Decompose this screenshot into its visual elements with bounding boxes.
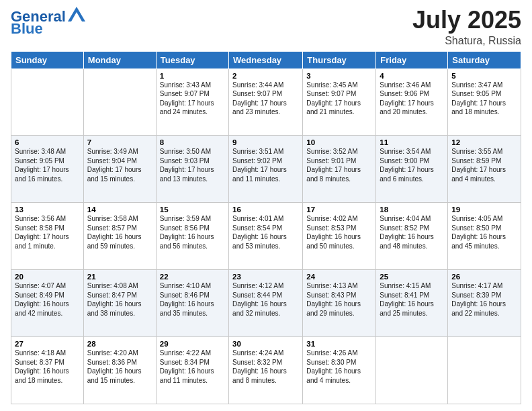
day-number: 21 xyxy=(87,273,152,281)
day-number: 31 xyxy=(306,340,372,348)
day-number: 30 xyxy=(232,340,299,348)
day-number: 20 xyxy=(15,273,80,281)
day-info: Sunrise: 3:50 AMSunset: 9:03 PMDaylight:… xyxy=(160,147,225,183)
calendar-week-row: 27Sunrise: 4:18 AMSunset: 8:37 PMDayligh… xyxy=(11,337,521,404)
col-saturday: Saturday xyxy=(448,51,521,68)
table-cell: 19Sunrise: 4:05 AMSunset: 8:50 PMDayligh… xyxy=(448,203,521,270)
title-location: Shatura, Russia xyxy=(412,35,521,47)
day-number: 17 xyxy=(306,205,372,214)
header: General Blue July 2025 Shatura, Russia xyxy=(11,7,521,47)
table-cell: 12Sunrise: 3:55 AMSunset: 8:59 PMDayligh… xyxy=(448,136,521,203)
table-cell: 3Sunrise: 3:45 AMSunset: 9:07 PMDaylight… xyxy=(303,68,376,136)
day-info: Sunrise: 4:10 AMSunset: 8:46 PMDaylight:… xyxy=(160,281,225,318)
table-cell: 21Sunrise: 4:08 AMSunset: 8:47 PMDayligh… xyxy=(83,270,156,337)
day-info: Sunrise: 3:58 AMSunset: 8:57 PMDaylight:… xyxy=(87,214,152,250)
table-cell: 14Sunrise: 3:58 AMSunset: 8:57 PMDayligh… xyxy=(83,203,156,270)
day-number: 14 xyxy=(87,205,152,214)
day-number: 13 xyxy=(15,205,80,214)
table-cell: 11Sunrise: 3:54 AMSunset: 9:00 PMDayligh… xyxy=(376,136,448,203)
table-cell: 4Sunrise: 3:46 AMSunset: 9:06 PMDaylight… xyxy=(376,68,448,136)
col-tuesday: Tuesday xyxy=(156,51,228,68)
table-cell: 27Sunrise: 4:18 AMSunset: 8:37 PMDayligh… xyxy=(11,337,84,404)
calendar-table: Sunday Monday Tuesday Wednesday Thursday… xyxy=(11,51,521,404)
day-info: Sunrise: 3:54 AMSunset: 9:00 PMDaylight:… xyxy=(380,147,444,183)
table-cell: 28Sunrise: 4:20 AMSunset: 8:36 PMDayligh… xyxy=(83,337,156,404)
table-cell: 2Sunrise: 3:44 AMSunset: 9:07 PMDaylight… xyxy=(229,68,303,136)
page: General Blue July 2025 Shatura, Russia S… xyxy=(0,0,532,411)
day-number: 24 xyxy=(306,273,372,281)
day-info: Sunrise: 4:20 AMSunset: 8:36 PMDaylight:… xyxy=(87,349,152,385)
day-number: 28 xyxy=(87,340,152,348)
table-cell: 5Sunrise: 3:47 AMSunset: 9:05 PMDaylight… xyxy=(448,68,521,136)
table-cell: 10Sunrise: 3:52 AMSunset: 9:01 PMDayligh… xyxy=(303,136,376,203)
table-cell: 26Sunrise: 4:17 AMSunset: 8:39 PMDayligh… xyxy=(448,270,521,337)
day-number: 18 xyxy=(380,205,444,214)
title-block: July 2025 Shatura, Russia xyxy=(412,7,521,47)
day-number: 29 xyxy=(160,340,225,348)
col-sunday: Sunday xyxy=(11,51,84,68)
col-thursday: Thursday xyxy=(303,51,376,68)
day-info: Sunrise: 4:04 AMSunset: 8:52 PMDaylight:… xyxy=(380,214,444,250)
logo: General Blue xyxy=(11,9,85,36)
day-number: 23 xyxy=(232,273,299,281)
table-cell: 22Sunrise: 4:10 AMSunset: 8:46 PMDayligh… xyxy=(156,270,228,337)
day-info: Sunrise: 4:24 AMSunset: 8:32 PMDaylight:… xyxy=(232,349,299,385)
calendar-week-row: 13Sunrise: 3:56 AMSunset: 8:58 PMDayligh… xyxy=(11,203,521,270)
day-number: 8 xyxy=(160,138,225,146)
calendar-header-row: Sunday Monday Tuesday Wednesday Thursday… xyxy=(11,51,521,68)
col-friday: Friday xyxy=(376,51,448,68)
day-info: Sunrise: 4:15 AMSunset: 8:41 PMDaylight:… xyxy=(380,281,444,318)
day-number: 27 xyxy=(15,340,80,348)
calendar-week-row: 1Sunrise: 3:43 AMSunset: 9:07 PMDaylight… xyxy=(11,68,521,136)
table-cell: 1Sunrise: 3:43 AMSunset: 9:07 PMDaylight… xyxy=(156,68,228,136)
day-info: Sunrise: 3:44 AMSunset: 9:07 PMDaylight:… xyxy=(232,81,299,117)
day-info: Sunrise: 3:55 AMSunset: 8:59 PMDaylight:… xyxy=(451,147,517,183)
col-wednesday: Wednesday xyxy=(229,51,303,68)
day-info: Sunrise: 3:46 AMSunset: 9:06 PMDaylight:… xyxy=(380,81,444,117)
day-info: Sunrise: 3:43 AMSunset: 9:07 PMDaylight:… xyxy=(160,81,225,117)
day-info: Sunrise: 3:48 AMSunset: 9:05 PMDaylight:… xyxy=(15,147,80,183)
day-info: Sunrise: 4:17 AMSunset: 8:39 PMDaylight:… xyxy=(451,281,517,318)
table-cell: 6Sunrise: 3:48 AMSunset: 9:05 PMDaylight… xyxy=(11,136,84,203)
day-info: Sunrise: 4:08 AMSunset: 8:47 PMDaylight:… xyxy=(87,281,152,318)
day-number: 12 xyxy=(451,138,517,146)
table-cell: 7Sunrise: 3:49 AMSunset: 9:04 PMDaylight… xyxy=(83,136,156,203)
table-cell: 24Sunrise: 4:13 AMSunset: 8:43 PMDayligh… xyxy=(303,270,376,337)
day-number: 2 xyxy=(232,72,299,80)
table-cell xyxy=(376,337,448,404)
day-number: 1 xyxy=(160,72,225,80)
day-number: 26 xyxy=(451,273,517,281)
day-number: 16 xyxy=(232,205,299,214)
table-cell: 8Sunrise: 3:50 AMSunset: 9:03 PMDaylight… xyxy=(156,136,228,203)
day-number: 5 xyxy=(451,72,517,80)
day-number: 9 xyxy=(232,138,299,146)
table-cell: 16Sunrise: 4:01 AMSunset: 8:54 PMDayligh… xyxy=(229,203,303,270)
table-cell: 31Sunrise: 4:26 AMSunset: 8:30 PMDayligh… xyxy=(303,337,376,404)
logo-icon xyxy=(68,7,85,21)
day-number: 6 xyxy=(15,138,80,146)
calendar-week-row: 6Sunrise: 3:48 AMSunset: 9:05 PMDaylight… xyxy=(11,136,521,203)
table-cell: 18Sunrise: 4:04 AMSunset: 8:52 PMDayligh… xyxy=(376,203,448,270)
table-cell xyxy=(448,337,521,404)
day-info: Sunrise: 4:02 AMSunset: 8:53 PMDaylight:… xyxy=(306,214,372,250)
day-number: 3 xyxy=(306,72,372,80)
table-cell: 25Sunrise: 4:15 AMSunset: 8:41 PMDayligh… xyxy=(376,270,448,337)
title-month: July 2025 xyxy=(412,7,521,34)
day-info: Sunrise: 4:22 AMSunset: 8:34 PMDaylight:… xyxy=(160,349,225,385)
day-info: Sunrise: 4:18 AMSunset: 8:37 PMDaylight:… xyxy=(15,349,80,385)
logo-text-blue: Blue xyxy=(11,21,43,36)
table-cell: 23Sunrise: 4:12 AMSunset: 8:44 PMDayligh… xyxy=(229,270,303,337)
day-info: Sunrise: 4:05 AMSunset: 8:50 PMDaylight:… xyxy=(451,214,517,250)
day-number: 22 xyxy=(160,273,225,281)
day-info: Sunrise: 3:56 AMSunset: 8:58 PMDaylight:… xyxy=(15,214,80,250)
day-number: 11 xyxy=(380,138,444,146)
day-number: 7 xyxy=(87,138,152,146)
table-cell: 9Sunrise: 3:51 AMSunset: 9:02 PMDaylight… xyxy=(229,136,303,203)
day-info: Sunrise: 4:01 AMSunset: 8:54 PMDaylight:… xyxy=(232,214,299,250)
day-info: Sunrise: 3:59 AMSunset: 8:56 PMDaylight:… xyxy=(160,214,225,250)
day-info: Sunrise: 3:47 AMSunset: 9:05 PMDaylight:… xyxy=(451,81,517,117)
day-number: 4 xyxy=(380,72,444,80)
day-info: Sunrise: 3:49 AMSunset: 9:04 PMDaylight:… xyxy=(87,147,152,183)
day-info: Sunrise: 3:51 AMSunset: 9:02 PMDaylight:… xyxy=(232,147,299,183)
day-number: 10 xyxy=(306,138,372,146)
